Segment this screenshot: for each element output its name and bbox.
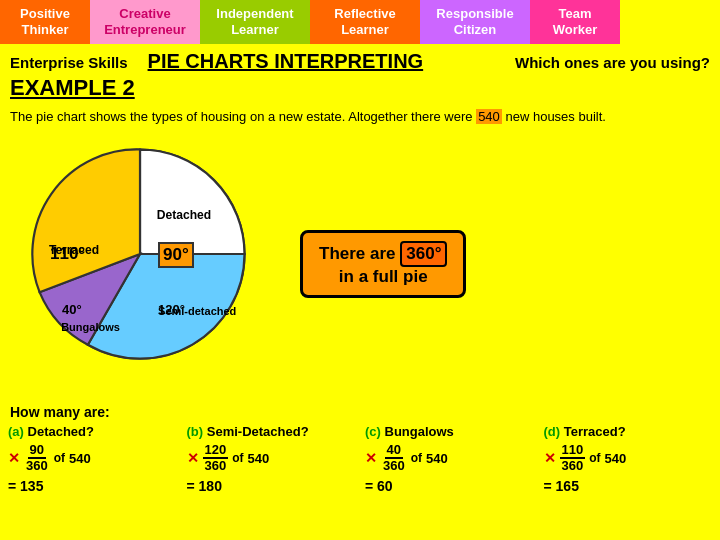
there-are-line1: There are — [319, 244, 396, 263]
question-d: (d) Terraced? — [544, 424, 713, 439]
nav-item-independent[interactable]: Independent Learner — [200, 0, 310, 44]
num-a: 90 — [28, 443, 46, 459]
of-val-b: 540 — [248, 451, 270, 466]
enterprise-skills-label: Enterprise Skills — [10, 54, 128, 71]
den-d: 360 — [560, 459, 586, 473]
nav-item-team[interactable]: Team Worker — [530, 0, 620, 44]
calc-col-b: (b) Semi-Detached? ✕ 120 360 of 540 = 18… — [187, 424, 356, 494]
angle-label-40: 40° — [62, 302, 82, 317]
question-b: (b) Semi-Detached? — [187, 424, 356, 439]
nav-item-positive[interactable]: Positive Thinker — [0, 0, 90, 44]
which-ones-label: Which ones are you using? — [515, 54, 710, 71]
main-content: Detached Semi-detached Bungalows Terrace… — [0, 128, 720, 400]
angle-label-120: 120° — [158, 302, 185, 317]
calc-fraction-a: ✕ 90 360 of 540 — [8, 443, 177, 474]
question-text-c: Bungalows — [385, 424, 454, 439]
pie-charts-title: PIE CHARTS INTERPRETING — [148, 50, 424, 73]
den-a: 360 — [24, 459, 50, 473]
example-row: EXAMPLE 2 — [0, 75, 720, 105]
letter-b: (b) — [187, 424, 204, 439]
num-b: 120 — [203, 443, 229, 459]
letter-a: (a) — [8, 424, 24, 439]
result-a: = 135 — [8, 478, 177, 494]
angle-label-90: 90° — [158, 242, 194, 268]
of-val-a: 540 — [69, 451, 91, 466]
nav-item-creative[interactable]: Creative Entrepreneur — [90, 0, 200, 44]
seg-label-bungalows: Bungalows — [61, 321, 120, 333]
nav-label-reflective: Reflective Learner — [334, 6, 395, 37]
nav-label-creative: Creative Entrepreneur — [104, 6, 186, 37]
question-a: (a) Detached? — [8, 424, 177, 439]
of-val-d: 540 — [605, 451, 627, 466]
pie-chart-area: Detached Semi-detached Bungalows Terrace… — [10, 134, 290, 394]
angle-label-110: 110° — [50, 244, 85, 264]
nav-label-responsible: Responsible Citizen — [436, 6, 513, 37]
num-c: 40 — [385, 443, 403, 459]
question-text-b: Semi-Detached? — [207, 424, 309, 439]
result-c: = 60 — [365, 478, 534, 494]
title-bar: Enterprise Skills PIE CHARTS INTERPRETIN… — [0, 44, 720, 75]
desc-highlight: 540 — [476, 109, 502, 124]
desc-text1: The pie chart shows the types of housing… — [10, 109, 473, 124]
nav-bar: Positive Thinker Creative Entrepreneur I… — [0, 0, 720, 44]
result-d: = 165 — [544, 478, 713, 494]
result-b: = 180 — [187, 478, 356, 494]
nav-label-positive: Positive Thinker — [20, 6, 70, 37]
calc-fraction-c: ✕ 40 360 of 540 — [365, 443, 534, 474]
question-text-d: Terraced? — [564, 424, 626, 439]
letter-c: (c) — [365, 424, 381, 439]
nav-item-reflective[interactable]: Reflective Learner — [310, 0, 420, 44]
description: The pie chart shows the types of housing… — [0, 105, 720, 128]
letter-d: (d) — [544, 424, 561, 439]
there-are-line2: in a full pie — [339, 267, 428, 286]
nav-label-independent: Independent Learner — [216, 6, 293, 37]
nav-label-team: Team Worker — [553, 6, 598, 37]
den-b: 360 — [203, 459, 229, 473]
calc-fraction-b: ✕ 120 360 of 540 — [187, 443, 356, 474]
right-info: There are 360° in a full pie — [300, 134, 466, 394]
desc-text2: new houses built. — [505, 109, 605, 124]
example-title: EXAMPLE 2 — [10, 75, 135, 100]
calc-col-c: (c) Bungalows ✕ 40 360 of 540 = 60 — [365, 424, 534, 494]
num-d: 110 — [560, 443, 586, 459]
den-c: 360 — [381, 459, 407, 473]
calc-col-d: (d) Terraced? ✕ 110 360 of 540 = 165 — [544, 424, 713, 494]
how-many-label: How many are: — [0, 400, 720, 420]
calc-row: (a) Detached? ✕ 90 360 of 540 = 135 (b) … — [0, 420, 720, 498]
question-c: (c) Bungalows — [365, 424, 534, 439]
of-val-c: 540 — [426, 451, 448, 466]
degrees-badge: 360° — [400, 241, 447, 267]
nav-item-responsible[interactable]: Responsible Citizen — [420, 0, 530, 44]
calc-col-a: (a) Detached? ✕ 90 360 of 540 = 135 — [8, 424, 177, 494]
seg-label-detached: Detached — [157, 208, 211, 222]
calc-fraction-d: ✕ 110 360 of 540 — [544, 443, 713, 474]
there-are-box: There are 360° in a full pie — [300, 230, 466, 298]
question-text-a: Detached? — [28, 424, 94, 439]
